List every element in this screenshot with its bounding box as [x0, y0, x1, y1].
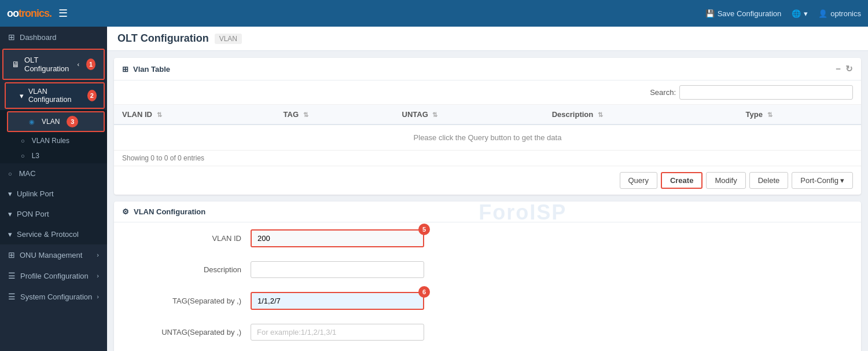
sidebar: ⊞ Dashboard 🖥 OLT Configuration ‹ 1 ▾ VL… [0, 27, 107, 351]
vlan-data-table: VLAN ID ⇅ TAG ⇅ UNTAG ⇅ Description ⇅ Ty… [114, 105, 861, 151]
col-vlan-id: VLAN ID ⇅ [114, 105, 275, 125]
vlan-table-card: ⊞ Vlan Table − ↻ Search: VLAN ID ⇅ TAG ⇅ [114, 58, 861, 195]
vlan-item-section: VLAN 3 [7, 111, 105, 132]
radio-icon [29, 118, 37, 126]
form-actions: Submit 7 Cancel [114, 348, 861, 351]
profile-icon: ☰ [8, 271, 16, 280]
vlan-config-title: VLAN Configuration [134, 207, 205, 216]
sidebar-item-pon-port[interactable]: ▾ PON Port [0, 204, 107, 224]
expand-icon: ▾ [20, 92, 24, 100]
sidebar-item-olt-config[interactable]: 🖥 OLT Configuration ‹ 1 [3, 50, 104, 79]
page-subtitle-badge: VLAN [215, 34, 242, 44]
minimize-icon[interactable]: − [836, 64, 841, 74]
table-info: Showing 0 to 0 of 0 entries [114, 151, 861, 166]
expand-icon: ▾ [8, 189, 12, 198]
radio-icon [8, 169, 14, 178]
search-label: Search: [650, 88, 676, 97]
tag-group: TAG(Separated by ,) 6 [114, 285, 861, 317]
sidebar-profile-label: Profile Configuration [20, 272, 89, 280]
refresh-icon[interactable]: ↻ [845, 64, 853, 74]
sidebar-mac-label: MAC [19, 169, 36, 178]
vlan-id-input[interactable] [251, 229, 424, 247]
save-config-button[interactable]: 💾 Save Configuration [705, 9, 782, 18]
delete-button[interactable]: Delete [749, 172, 789, 189]
port-config-button[interactable]: Port-Config ▾ [792, 172, 853, 189]
vlan-config-section: ▾ VLAN Configuration 2 [5, 82, 105, 109]
sidebar-olt-label: OLT Configuration [24, 56, 72, 73]
table-action-bar: Query Create Modify Delete Port-Config ▾ [114, 166, 861, 195]
sidebar-item-service-protocol[interactable]: ▾ Service & Protocol [0, 224, 107, 244]
app-body: ⊞ Dashboard 🖥 OLT Configuration ‹ 1 ▾ VL… [0, 27, 868, 351]
modify-button[interactable]: Modify [706, 172, 745, 189]
untag-group: UNTAG(Separated by ,) [114, 317, 861, 348]
username-label: optronics [830, 9, 861, 18]
sidebar-item-vlan[interactable]: VLAN 3 [8, 112, 104, 131]
query-button[interactable]: Query [620, 172, 657, 189]
untag-label: UNTAG(Separated by ,) [126, 328, 241, 337]
page-title: OLT Configuration [117, 32, 209, 45]
globe-icon: 🌐 [792, 9, 801, 18]
table-search-toolbar: Search: [114, 81, 861, 105]
monitor-icon: 🖥 [12, 60, 20, 69]
step-badge-1: 1 [86, 58, 95, 70]
save-icon: 💾 [705, 9, 715, 18]
description-group: Description [114, 254, 861, 285]
sidebar-item-dashboard[interactable]: ⊞ Dashboard [0, 27, 107, 47]
sidebar-item-vlan-rules[interactable]: VLAN Rules [0, 133, 107, 148]
step-badge-6: 6 [418, 286, 430, 298]
sidebar-item-system-config[interactable]: ☰ System Configuration › [0, 286, 107, 307]
sidebar-vlan-rules-label: VLAN Rules [32, 137, 69, 145]
radio-icon [21, 152, 27, 160]
dropdown-arrow-icon: ▾ [804, 9, 808, 18]
chevron-right-icon: › [97, 272, 99, 279]
sidebar-uplink-label: Uplink Port [17, 189, 54, 198]
olt-config-section: 🖥 OLT Configuration ‹ 1 [2, 49, 105, 80]
vlan-config-card-header: ⚙ VLAN Configuration [114, 202, 861, 222]
sidebar-item-mac[interactable]: MAC [0, 163, 107, 184]
col-type: Type ⇅ [738, 105, 861, 125]
hamburger-icon[interactable]: ☰ [58, 7, 68, 20]
onu-icon: ⊞ [8, 250, 15, 259]
step-badge-5: 5 [418, 224, 430, 235]
dropdown-arrow-icon: ▾ [840, 176, 844, 185]
sidebar-l3-label: L3 [32, 152, 39, 160]
tag-input[interactable] [251, 292, 424, 310]
dashboard-icon: ⊞ [8, 32, 15, 42]
chevron-right-icon: › [97, 293, 99, 300]
brand: ootronics. [7, 8, 52, 20]
sidebar-service-label: Service & Protocol [17, 230, 79, 239]
sidebar-item-l3[interactable]: L3 [0, 148, 107, 163]
language-selector[interactable]: 🌐 ▾ [792, 9, 808, 18]
vlan-id-group: VLAN ID 5 [114, 222, 861, 254]
sidebar-item-uplink-port[interactable]: ▾ Uplink Port [0, 184, 107, 204]
table-icon: ⊞ [122, 65, 128, 74]
sidebar-vlan-label: VLAN [42, 118, 60, 126]
chevron-left-icon: ‹ [77, 61, 79, 68]
col-untag: UNTAG ⇅ [394, 105, 544, 125]
untag-input[interactable] [251, 324, 424, 341]
save-config-label: Save Configuration [718, 9, 782, 18]
sidebar-onu-label: ONU Management [20, 251, 82, 259]
table-empty-row: Please click the Query button to get the… [114, 125, 861, 151]
vlan-table-title: Vlan Table [133, 65, 170, 74]
radio-icon [21, 137, 27, 145]
step-badge-3: 3 [67, 116, 78, 127]
table-empty-message: Please click the Query button to get the… [114, 125, 861, 151]
page-header: OLT Configuration VLAN [107, 27, 868, 51]
create-button[interactable]: Create [661, 172, 703, 189]
card-controls: − ↻ [836, 64, 853, 74]
expand-icon: ▾ [8, 210, 12, 218]
port-config-label: Port-Config [800, 176, 838, 185]
sidebar-item-profile-config[interactable]: ☰ Profile Configuration › [0, 265, 107, 286]
search-input[interactable] [679, 85, 853, 100]
vlan-submenu: VLAN 3 VLAN Rules L3 [0, 110, 107, 163]
description-label: Description [126, 265, 241, 274]
sidebar-system-label: System Configuration [20, 292, 92, 301]
description-input[interactable] [251, 261, 424, 278]
sidebar-item-onu-management[interactable]: ⊞ ONU Management › [0, 244, 107, 265]
sidebar-vlan-config-label: VLAN Configuration [28, 87, 80, 104]
main-content: ForoISP OLT Configuration VLAN ⊞ Vlan Ta… [107, 27, 868, 351]
expand-icon: ▾ [8, 230, 12, 239]
user-menu[interactable]: 👤 optronics [818, 9, 861, 18]
sidebar-item-vlan-config[interactable]: ▾ VLAN Configuration 2 [6, 83, 104, 108]
